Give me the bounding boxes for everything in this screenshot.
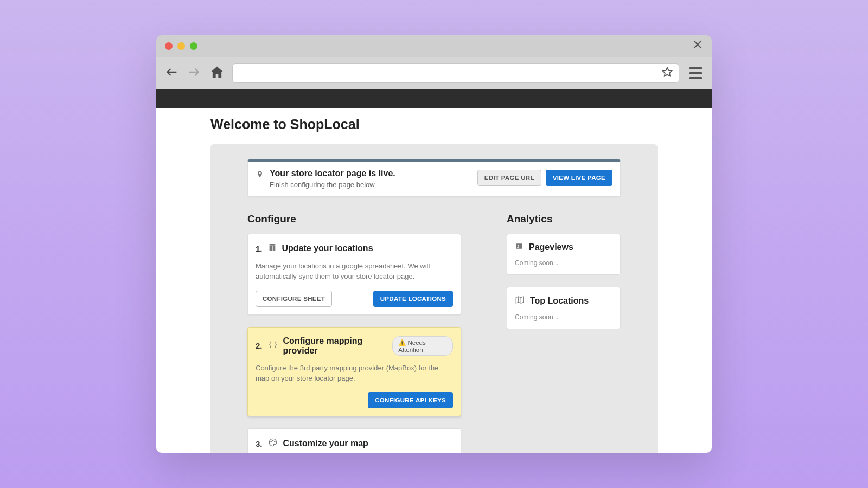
svg-point-0	[270, 442, 271, 443]
browser-window: Welcome to ShopLocal Your store locator …	[156, 35, 712, 453]
status-subtitle: Finish configuring the page below	[270, 181, 395, 189]
spreadsheet-icon	[268, 243, 277, 254]
svg-point-4	[518, 245, 519, 247]
step-title: Customize your map	[283, 439, 368, 448]
step-body: Configure the 3rd party mapping provider…	[256, 363, 453, 384]
window-titlebar	[156, 35, 712, 57]
analytics-pageviews-card: Pageviews Coming soon...	[507, 234, 621, 275]
analytics-card-title: Top Locations	[530, 296, 589, 306]
step-title: Configure mapping provider	[283, 336, 387, 356]
step-title: Update your locations	[282, 243, 373, 253]
edit-page-url-button[interactable]: EDIT PAGE URL	[477, 170, 541, 186]
analytics-card-title: Pageviews	[529, 242, 573, 252]
app-header-bar	[156, 89, 712, 108]
close-icon[interactable]	[692, 39, 703, 53]
menu-button[interactable]	[687, 65, 704, 81]
map-icon	[515, 295, 525, 307]
configure-heading: Configure	[247, 213, 461, 225]
pin-icon	[256, 170, 264, 189]
update-locations-button[interactable]: UPDATE LOCATIONS	[373, 291, 453, 307]
dashboard-panel: Your store locator page is live. Finish …	[210, 144, 658, 453]
code-braces-icon	[268, 340, 278, 352]
analytics-heading: Analytics	[507, 213, 621, 225]
analytics-card-body: Coming soon...	[515, 259, 612, 267]
step-number: 3.	[256, 439, 263, 448]
status-title: Your store locator page is live.	[270, 169, 395, 178]
view-live-page-button[interactable]: VIEW LIVE PAGE	[546, 170, 612, 186]
window-maximize-button[interactable]	[190, 42, 197, 50]
configure-step-1: 1. Update your locations Manage your loc…	[247, 234, 461, 315]
analytics-card-body: Coming soon...	[515, 313, 612, 321]
url-input[interactable]	[238, 69, 661, 78]
configure-step-3: 3. Customize your map Change the theme, …	[247, 428, 461, 453]
page-title: Welcome to ShopLocal	[210, 117, 658, 132]
person-card-icon	[515, 242, 524, 253]
step-number: 2.	[256, 341, 263, 350]
svg-point-2	[274, 442, 275, 443]
bookmark-star-icon[interactable]	[661, 66, 673, 80]
step-body: Manage your locations in a google spread…	[256, 261, 453, 282]
svg-rect-3	[516, 243, 522, 248]
address-bar[interactable]	[232, 63, 679, 83]
window-minimize-button[interactable]	[177, 42, 185, 50]
palette-icon	[268, 438, 278, 450]
window-close-button[interactable]	[165, 42, 173, 50]
page-viewport: Welcome to ShopLocal Your store locator …	[156, 89, 712, 453]
browser-toolbar	[156, 57, 712, 89]
configure-sheet-button[interactable]: CONFIGURE SHEET	[256, 291, 332, 307]
configure-api-keys-button[interactable]: CONFIGURE API KEYS	[368, 392, 453, 408]
svg-point-1	[272, 440, 273, 441]
step-number: 1.	[256, 244, 263, 253]
traffic-lights	[165, 42, 197, 50]
back-button[interactable]	[164, 65, 179, 82]
analytics-top-locations-card: Top Locations Coming soon...	[507, 287, 621, 329]
forward-button[interactable]	[187, 65, 202, 82]
needs-attention-badge: ⚠️ Needs Attention	[392, 336, 453, 356]
status-card: Your store locator page is live. Finish …	[247, 159, 621, 197]
home-button[interactable]	[209, 65, 225, 82]
app-content: Welcome to ShopLocal Your store locator …	[156, 108, 712, 453]
configure-step-2: 2. Configure mapping provider ⚠️ Needs A…	[247, 327, 461, 417]
